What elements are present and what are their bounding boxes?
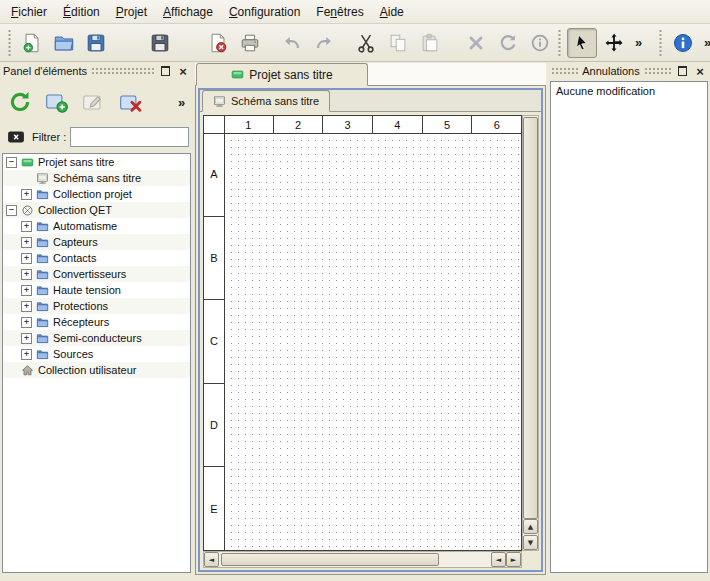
vertical-scrollbar[interactable]: ▲ ▼: [522, 115, 539, 551]
save-button[interactable]: [81, 28, 111, 58]
toolbar-grip[interactable]: [658, 30, 663, 56]
scissors-icon: [355, 32, 377, 54]
tree-item-schema-sans-titre[interactable]: Schéma sans titre: [3, 170, 190, 186]
tab-schema[interactable]: Schéma sans titre: [202, 90, 330, 112]
scroll-left-button[interactable]: ◄: [204, 552, 219, 567]
toolbar-grip[interactable]: [7, 30, 12, 56]
printer-icon: [239, 32, 261, 54]
filter-input[interactable]: [70, 127, 189, 147]
toolbar-overflow-2-button[interactable]: »: [700, 28, 710, 58]
tree-item-sources[interactable]: +Sources: [3, 346, 190, 362]
menu-configuration[interactable]: Configuration: [221, 2, 308, 22]
scroll-right-button[interactable]: ►: [506, 552, 521, 567]
reload-collections-button[interactable]: [4, 86, 36, 118]
vertical-scrollbar-thumb[interactable]: [523, 117, 538, 519]
tree-item-automatisme[interactable]: +Automatisme: [3, 218, 190, 234]
expand-icon[interactable]: +: [21, 301, 32, 312]
clear-filter-button[interactable]: [4, 127, 28, 147]
info-blue-icon: [672, 32, 694, 54]
new-document-button[interactable]: [17, 28, 47, 58]
info-gray-icon: [529, 32, 551, 54]
menu-fenetres[interactable]: Fenêtres: [308, 2, 371, 22]
expand-icon[interactable]: +: [21, 333, 32, 344]
folder-icon: [36, 188, 49, 201]
expand-icon[interactable]: +: [21, 221, 32, 232]
expand-icon[interactable]: +: [21, 253, 32, 264]
toolbar-grip[interactable]: [557, 30, 562, 56]
menu-projet[interactable]: Projet: [108, 2, 155, 22]
close-file-button[interactable]: [203, 28, 233, 58]
project-tabbar: Projet sans titre: [195, 63, 546, 85]
tree-item-contacts[interactable]: +Contacts: [3, 250, 190, 266]
tree-item-collection-qet[interactable]: −Collection QET: [3, 202, 190, 218]
expand-icon[interactable]: +: [21, 237, 32, 248]
menu-affichage[interactable]: Affichage: [155, 2, 221, 22]
select-mode-button[interactable]: [567, 28, 597, 58]
edit-element-button[interactable]: [78, 86, 110, 118]
copy-button[interactable]: [383, 28, 413, 58]
about-qet-button[interactable]: [668, 28, 698, 58]
collapse-icon[interactable]: −: [6, 205, 17, 216]
close-dock-button[interactable]: ×: [176, 64, 190, 78]
new-element-button[interactable]: [41, 86, 73, 118]
folder-icon: [36, 348, 49, 361]
horizontal-scrollbar[interactable]: ◄ ◄ ►: [203, 551, 522, 568]
info-button[interactable]: [525, 28, 555, 58]
undo-list-item[interactable]: Aucune modification: [553, 84, 705, 98]
tree-item-haute-tension[interactable]: +Haute tension: [3, 282, 190, 298]
horizontal-scrollbar-thumb[interactable]: [221, 553, 439, 566]
tree-item-capteurs[interactable]: +Capteurs: [3, 234, 190, 250]
dock-grip[interactable]: [91, 67, 154, 75]
print-button[interactable]: [235, 28, 265, 58]
tree-item-collection-projet[interactable]: +Collection projet: [3, 186, 190, 202]
elements-panel-titlebar[interactable]: Panel d'éléments ×: [0, 63, 193, 79]
folder-icon: [36, 236, 49, 249]
expand-icon[interactable]: +: [21, 285, 32, 296]
menu-fichier[interactable]: Fichier: [3, 2, 55, 22]
diagram-canvas[interactable]: 123456 ABCDE: [203, 115, 522, 551]
cut-button[interactable]: [351, 28, 381, 58]
scroll-left-button-2[interactable]: ◄: [491, 552, 506, 567]
horizontal-scroll-buttons: ◄ ►: [491, 552, 521, 567]
scroll-up-button[interactable]: ▲: [523, 519, 538, 534]
tree-item-protections[interactable]: +Protections: [3, 298, 190, 314]
tree-item-label: Projet sans titre: [38, 156, 114, 168]
expand-icon[interactable]: +: [21, 349, 32, 360]
undo-dock-titlebar[interactable]: Annulations ×: [548, 63, 710, 79]
collapse-icon[interactable]: −: [6, 157, 17, 168]
close-dock-button[interactable]: ×: [693, 64, 707, 78]
tree-item-projet-sans-titre[interactable]: −Projet sans titre: [3, 154, 190, 170]
menu-aide[interactable]: Aide: [372, 2, 412, 22]
panel-overflow-button[interactable]: »: [174, 86, 189, 118]
scroll-down-button[interactable]: ▼: [523, 535, 538, 550]
toolbar-overflow-button[interactable]: »: [631, 28, 646, 58]
tree-item-label: Schéma sans titre: [53, 172, 141, 184]
rotate-button[interactable]: [493, 28, 523, 58]
delete-button[interactable]: [461, 28, 491, 58]
expand-icon[interactable]: +: [21, 269, 32, 280]
tab-project[interactable]: Projet sans titre: [196, 63, 368, 86]
delete-element-button[interactable]: [115, 86, 147, 118]
menu-edition[interactable]: Édition: [55, 2, 108, 22]
save-all-button[interactable]: [145, 28, 175, 58]
expand-icon[interactable]: +: [21, 189, 32, 200]
float-dock-button[interactable]: [158, 64, 172, 78]
tree-item-semi-conducteurs[interactable]: +Semi-conducteurs: [3, 330, 190, 346]
save-as-button[interactable]: [113, 28, 143, 58]
dock-grip[interactable]: [644, 67, 671, 75]
undo-button[interactable]: [277, 28, 307, 58]
tree-item-recepteurs[interactable]: +Récepteurs: [3, 314, 190, 330]
tree-item-convertisseurs[interactable]: +Convertisseurs: [3, 266, 190, 282]
folder-icon: [36, 252, 49, 265]
folder-icon: [36, 316, 49, 329]
redo-button[interactable]: [309, 28, 339, 58]
paste-button[interactable]: [415, 28, 445, 58]
expand-icon[interactable]: +: [21, 317, 32, 328]
tree-item-collection-utilisateur[interactable]: Collection utilisateur: [3, 362, 190, 378]
pan-mode-button[interactable]: [599, 28, 629, 58]
chevrons-icon: »: [704, 36, 710, 49]
float-dock-button[interactable]: [675, 64, 689, 78]
dock-grip[interactable]: [551, 67, 578, 75]
open-document-button[interactable]: [49, 28, 79, 58]
close-icon: ×: [696, 65, 704, 78]
